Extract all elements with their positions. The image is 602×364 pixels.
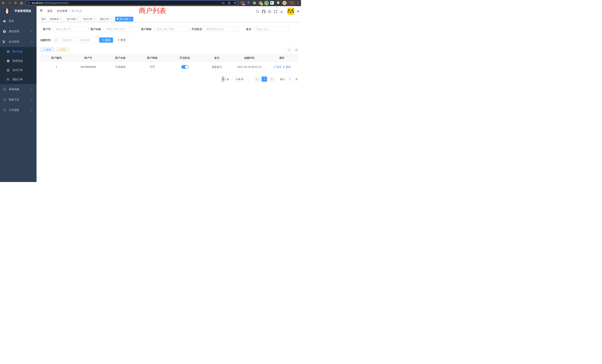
svg-text:⌘: ⌘	[254, 2, 256, 4]
svg-text:?: ?	[269, 11, 270, 13]
svg-text:y: y	[266, 2, 267, 4]
